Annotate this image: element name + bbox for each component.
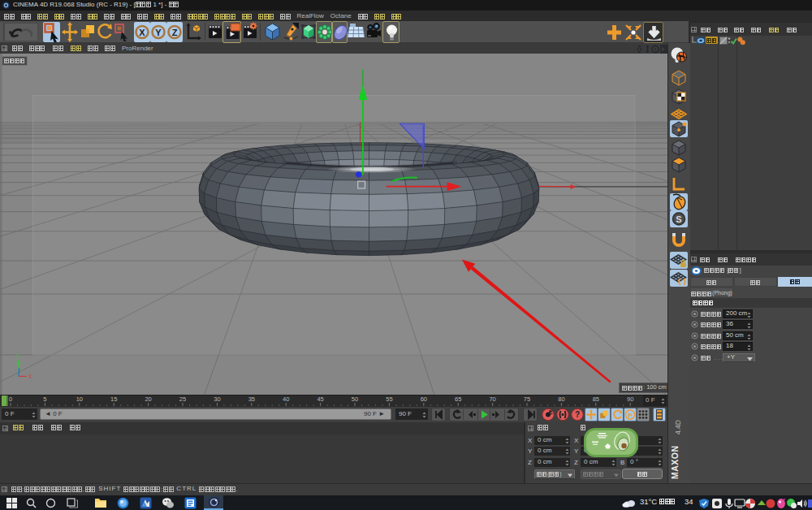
svg-text:55: 55 — [386, 395, 392, 403]
svg-text:0: 0 — [9, 395, 12, 403]
svg-text:30: 30 — [214, 395, 220, 403]
svg-text:X: X — [28, 374, 32, 379]
svg-text:45: 45 — [317, 395, 323, 403]
svg-text:25: 25 — [179, 395, 186, 403]
svg-text:65: 65 — [455, 395, 461, 403]
svg-text:P: P — [628, 412, 632, 419]
svg-text:5: 5 — [43, 395, 46, 403]
svg-text:X: X — [139, 28, 145, 37]
svg-text:70: 70 — [489, 395, 495, 403]
svg-text:Y: Y — [16, 353, 20, 359]
svg-text:Z: Z — [172, 28, 178, 37]
svg-text:10: 10 — [76, 395, 83, 403]
svg-text:85: 85 — [593, 395, 599, 403]
svg-text:75: 75 — [524, 395, 530, 403]
svg-text:90: 90 — [627, 395, 633, 403]
svg-text:S: S — [676, 214, 681, 224]
svg-text:40: 40 — [283, 395, 289, 403]
svg-text:80: 80 — [558, 395, 564, 403]
svg-text:20: 20 — [145, 395, 151, 403]
svg-text:60: 60 — [421, 395, 427, 403]
svg-text:15: 15 — [110, 395, 117, 403]
svg-text:Y: Y — [155, 28, 162, 37]
svg-text:?: ? — [575, 410, 580, 419]
svg-text:35: 35 — [248, 395, 255, 403]
svg-text:50: 50 — [352, 395, 358, 403]
